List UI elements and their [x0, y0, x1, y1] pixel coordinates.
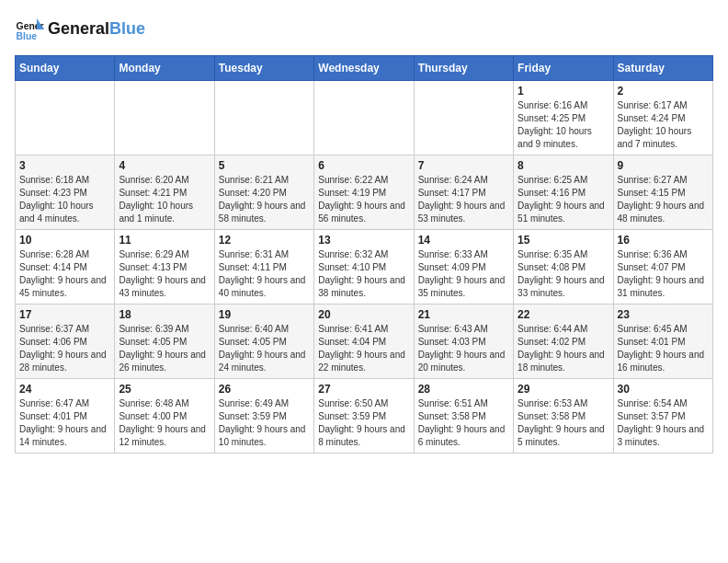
logo-text-line1: GeneralBlue [48, 20, 145, 39]
page-header: General Blue GeneralBlue [15, 15, 713, 44]
day-info: Sunrise: 6:43 AM Sunset: 4:03 PM Dayligh… [418, 323, 509, 374]
weekday-header-sunday: Sunday [16, 56, 115, 81]
calendar-table: SundayMondayTuesdayWednesdayThursdayFrid… [15, 55, 713, 454]
calendar-cell: 6Sunrise: 6:22 AM Sunset: 4:19 PM Daylig… [314, 155, 414, 230]
day-number: 14 [418, 234, 509, 247]
day-info: Sunrise: 6:36 AM Sunset: 4:07 PM Dayligh… [618, 248, 709, 300]
calendar-cell [314, 81, 414, 155]
calendar-cell: 7Sunrise: 6:24 AM Sunset: 4:17 PM Daylig… [414, 155, 513, 230]
day-number: 30 [618, 383, 709, 396]
day-number: 26 [219, 383, 310, 396]
day-number: 28 [418, 383, 509, 396]
weekday-header-friday: Friday [514, 56, 613, 81]
svg-text:Blue: Blue [17, 31, 38, 41]
day-number: 10 [19, 234, 110, 247]
day-info: Sunrise: 6:50 AM Sunset: 3:59 PM Dayligh… [318, 397, 409, 449]
weekday-header-monday: Monday [115, 56, 214, 81]
calendar-cell: 20Sunrise: 6:41 AM Sunset: 4:04 PM Dayli… [314, 304, 414, 379]
day-info: Sunrise: 6:31 AM Sunset: 4:11 PM Dayligh… [219, 248, 310, 300]
day-number: 16 [618, 234, 709, 247]
weekday-header-saturday: Saturday [613, 56, 712, 81]
day-number: 11 [119, 234, 210, 247]
calendar-cell: 11Sunrise: 6:29 AM Sunset: 4:13 PM Dayli… [115, 230, 214, 304]
weekday-header-row: SundayMondayTuesdayWednesdayThursdayFrid… [16, 56, 713, 81]
calendar-cell: 1Sunrise: 6:16 AM Sunset: 4:25 PM Daylig… [514, 81, 613, 155]
day-info: Sunrise: 6:29 AM Sunset: 4:13 PM Dayligh… [119, 248, 210, 300]
calendar-week-1: 1Sunrise: 6:16 AM Sunset: 4:25 PM Daylig… [16, 81, 713, 155]
day-info: Sunrise: 6:35 AM Sunset: 4:08 PM Dayligh… [518, 248, 609, 300]
day-number: 21 [418, 308, 509, 321]
day-info: Sunrise: 6:44 AM Sunset: 4:02 PM Dayligh… [518, 323, 609, 374]
day-info: Sunrise: 6:37 AM Sunset: 4:06 PM Dayligh… [19, 323, 110, 374]
day-number: 12 [219, 234, 310, 247]
calendar-cell: 17Sunrise: 6:37 AM Sunset: 4:06 PM Dayli… [16, 304, 115, 379]
calendar-week-3: 10Sunrise: 6:28 AM Sunset: 4:14 PM Dayli… [16, 230, 713, 304]
calendar-cell: 4Sunrise: 6:20 AM Sunset: 4:21 PM Daylig… [115, 155, 214, 230]
calendar-week-4: 17Sunrise: 6:37 AM Sunset: 4:06 PM Dayli… [16, 304, 713, 379]
calendar-cell [16, 81, 115, 155]
logo: General Blue GeneralBlue [15, 15, 145, 44]
day-number: 1 [518, 85, 609, 98]
day-info: Sunrise: 6:47 AM Sunset: 4:01 PM Dayligh… [19, 397, 110, 449]
day-info: Sunrise: 6:40 AM Sunset: 4:05 PM Dayligh… [219, 323, 310, 374]
calendar-cell: 26Sunrise: 6:49 AM Sunset: 3:59 PM Dayli… [214, 379, 313, 454]
calendar-cell: 12Sunrise: 6:31 AM Sunset: 4:11 PM Dayli… [214, 230, 313, 304]
calendar-cell: 2Sunrise: 6:17 AM Sunset: 4:24 PM Daylig… [613, 81, 712, 155]
weekday-header-thursday: Thursday [414, 56, 513, 81]
day-info: Sunrise: 6:25 AM Sunset: 4:16 PM Dayligh… [518, 174, 609, 225]
day-number: 29 [518, 383, 609, 396]
day-info: Sunrise: 6:48 AM Sunset: 4:00 PM Dayligh… [119, 397, 210, 449]
day-info: Sunrise: 6:17 AM Sunset: 4:24 PM Dayligh… [618, 99, 709, 151]
day-number: 13 [318, 234, 409, 247]
day-number: 24 [19, 383, 110, 396]
calendar-cell: 10Sunrise: 6:28 AM Sunset: 4:14 PM Dayli… [16, 230, 115, 304]
day-number: 8 [518, 159, 609, 172]
day-info: Sunrise: 6:18 AM Sunset: 4:23 PM Dayligh… [19, 174, 110, 225]
day-number: 19 [219, 308, 310, 321]
day-info: Sunrise: 6:33 AM Sunset: 4:09 PM Dayligh… [418, 248, 509, 300]
day-info: Sunrise: 6:16 AM Sunset: 4:25 PM Dayligh… [518, 99, 609, 151]
calendar-cell: 8Sunrise: 6:25 AM Sunset: 4:16 PM Daylig… [514, 155, 613, 230]
calendar-week-5: 24Sunrise: 6:47 AM Sunset: 4:01 PM Dayli… [16, 379, 713, 454]
day-number: 20 [318, 308, 409, 321]
calendar-cell: 30Sunrise: 6:54 AM Sunset: 3:57 PM Dayli… [613, 379, 712, 454]
weekday-header-tuesday: Tuesday [214, 56, 313, 81]
calendar-cell [115, 81, 214, 155]
day-number: 6 [318, 159, 409, 172]
day-info: Sunrise: 6:28 AM Sunset: 4:14 PM Dayligh… [19, 248, 110, 300]
day-info: Sunrise: 6:51 AM Sunset: 3:58 PM Dayligh… [418, 397, 509, 449]
calendar-cell: 5Sunrise: 6:21 AM Sunset: 4:20 PM Daylig… [214, 155, 313, 230]
day-info: Sunrise: 6:54 AM Sunset: 3:57 PM Dayligh… [618, 397, 709, 449]
calendar-cell: 19Sunrise: 6:40 AM Sunset: 4:05 PM Dayli… [214, 304, 313, 379]
day-number: 27 [318, 383, 409, 396]
day-number: 22 [518, 308, 609, 321]
weekday-header-wednesday: Wednesday [314, 56, 414, 81]
day-info: Sunrise: 6:53 AM Sunset: 3:58 PM Dayligh… [518, 397, 609, 449]
calendar-cell: 15Sunrise: 6:35 AM Sunset: 4:08 PM Dayli… [514, 230, 613, 304]
calendar-cell: 24Sunrise: 6:47 AM Sunset: 4:01 PM Dayli… [16, 379, 115, 454]
day-number: 25 [119, 383, 210, 396]
calendar-cell: 23Sunrise: 6:45 AM Sunset: 4:01 PM Dayli… [613, 304, 712, 379]
calendar-cell: 9Sunrise: 6:27 AM Sunset: 4:15 PM Daylig… [613, 155, 712, 230]
calendar-cell [214, 81, 313, 155]
day-number: 23 [618, 308, 709, 321]
day-info: Sunrise: 6:24 AM Sunset: 4:17 PM Dayligh… [418, 174, 509, 225]
day-info: Sunrise: 6:27 AM Sunset: 4:15 PM Dayligh… [618, 174, 709, 225]
day-number: 18 [119, 308, 210, 321]
calendar-cell: 3Sunrise: 6:18 AM Sunset: 4:23 PM Daylig… [16, 155, 115, 230]
day-info: Sunrise: 6:39 AM Sunset: 4:05 PM Dayligh… [119, 323, 210, 374]
logo-icon: General Blue [15, 15, 44, 44]
calendar-week-2: 3Sunrise: 6:18 AM Sunset: 4:23 PM Daylig… [16, 155, 713, 230]
day-info: Sunrise: 6:41 AM Sunset: 4:04 PM Dayligh… [318, 323, 409, 374]
day-number: 7 [418, 159, 509, 172]
day-number: 5 [219, 159, 310, 172]
calendar-cell: 25Sunrise: 6:48 AM Sunset: 4:00 PM Dayli… [115, 379, 214, 454]
calendar-cell: 29Sunrise: 6:53 AM Sunset: 3:58 PM Dayli… [514, 379, 613, 454]
calendar-cell: 16Sunrise: 6:36 AM Sunset: 4:07 PM Dayli… [613, 230, 712, 304]
calendar-cell: 27Sunrise: 6:50 AM Sunset: 3:59 PM Dayli… [314, 379, 414, 454]
day-info: Sunrise: 6:49 AM Sunset: 3:59 PM Dayligh… [219, 397, 310, 449]
day-number: 4 [119, 159, 210, 172]
calendar-cell: 22Sunrise: 6:44 AM Sunset: 4:02 PM Dayli… [514, 304, 613, 379]
calendar-cell [414, 81, 513, 155]
day-info: Sunrise: 6:45 AM Sunset: 4:01 PM Dayligh… [618, 323, 709, 374]
